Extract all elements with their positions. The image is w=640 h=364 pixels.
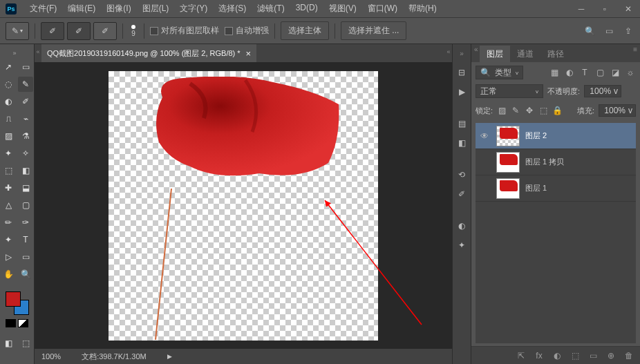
visibility-toggle-icon[interactable] bbox=[478, 182, 491, 195]
footer-icon[interactable]: ▭ bbox=[587, 350, 599, 361]
tool-icon[interactable]: 🔍 bbox=[18, 267, 33, 282]
panel-collapse-icon[interactable]: « bbox=[474, 46, 478, 53]
menu-item[interactable]: 图层(L) bbox=[138, 0, 174, 17]
layer-thumbnail[interactable] bbox=[496, 178, 520, 199]
lock-icon[interactable]: ✎ bbox=[511, 106, 520, 115]
tool-icon[interactable]: ◐ bbox=[1, 94, 16, 109]
canvas-viewport[interactable] bbox=[35, 62, 452, 349]
intersect-selection-icon[interactable]: ✐ bbox=[93, 22, 117, 40]
dock-icon[interactable]: ✐ bbox=[453, 186, 470, 202]
menu-item[interactable]: 图像(I) bbox=[102, 0, 135, 17]
sample-all-layers-checkbox[interactable]: 对所有图层取样 bbox=[150, 25, 219, 37]
footer-icon[interactable]: ⬚ bbox=[570, 350, 581, 361]
dock-icon[interactable]: ◧ bbox=[453, 135, 470, 151]
right-dock-collapse-icon[interactable]: « bbox=[444, 44, 453, 59]
footer-icon[interactable]: 🗑 bbox=[623, 350, 634, 361]
footer-icon[interactable]: ⇱ bbox=[516, 350, 527, 361]
filter-icon[interactable]: ☼ bbox=[625, 67, 636, 78]
maximize-button[interactable]: ▫ bbox=[593, 0, 617, 18]
menu-item[interactable]: 文字(Y) bbox=[175, 0, 212, 17]
select-subject-button[interactable]: 选择主体 bbox=[281, 21, 329, 40]
dock-icon[interactable]: ✦ bbox=[453, 237, 470, 253]
panel-menu-icon[interactable]: ≡ bbox=[633, 46, 637, 53]
tool-icon[interactable]: ✑ bbox=[18, 215, 33, 230]
subtract-selection-icon[interactable]: ✐ bbox=[67, 22, 91, 40]
tool-icon[interactable]: ◌ bbox=[1, 77, 16, 92]
windows-icon[interactable]: ▭ bbox=[603, 25, 615, 37]
dock-icon[interactable]: ▤ bbox=[453, 115, 470, 132]
visibility-toggle-icon[interactable] bbox=[478, 156, 491, 169]
layer-row[interactable]: 图层 1 bbox=[476, 175, 636, 202]
color-swatches[interactable] bbox=[6, 291, 29, 315]
layer-name[interactable]: 图层 1 bbox=[525, 183, 547, 193]
tool-icon[interactable]: ✋ bbox=[1, 267, 16, 282]
menu-item[interactable]: 编辑(E) bbox=[63, 0, 100, 17]
tool-icon[interactable]: ✦ bbox=[1, 232, 16, 247]
toolbox-collapse-icon[interactable]: » bbox=[13, 50, 21, 57]
tool-icon[interactable]: ▢ bbox=[18, 198, 33, 213]
search-icon[interactable]: 🔍 bbox=[583, 25, 596, 37]
dock-collapse-icon[interactable]: » bbox=[460, 50, 464, 57]
layer-thumbnail[interactable] bbox=[496, 152, 520, 173]
tool-icon[interactable]: ◧ bbox=[18, 163, 33, 178]
layer-thumbnail[interactable] bbox=[496, 126, 520, 146]
tool-icon[interactable]: ⬚ bbox=[1, 163, 16, 178]
footer-icon[interactable]: ⊕ bbox=[605, 350, 617, 361]
add-selection-icon[interactable]: ✐ bbox=[41, 22, 64, 40]
default-colors-icon[interactable] bbox=[6, 319, 16, 327]
tool-icon[interactable]: ✚ bbox=[1, 180, 16, 195]
layer-name[interactable]: 图层 2 bbox=[525, 131, 547, 141]
filter-icon[interactable]: ▦ bbox=[549, 67, 560, 78]
filter-icon[interactable]: ◐ bbox=[564, 67, 575, 78]
doc-info[interactable]: 文档:398.7K/1.30M bbox=[82, 352, 147, 362]
filter-icon[interactable]: T bbox=[579, 67, 590, 78]
menu-item[interactable]: 选择(S) bbox=[214, 0, 251, 17]
tool-icon[interactable]: ⬓ bbox=[18, 180, 33, 195]
tool-icon[interactable]: ▭ bbox=[18, 59, 33, 75]
close-button[interactable]: ✕ bbox=[617, 0, 640, 18]
lock-icon[interactable]: ⬚ bbox=[538, 106, 548, 115]
dock-icon[interactable]: ⊟ bbox=[453, 64, 470, 81]
menu-item[interactable]: 帮助(H) bbox=[404, 0, 442, 17]
tool-icon[interactable]: ⚗ bbox=[18, 128, 33, 144]
tool-icon[interactable]: ✦ bbox=[1, 146, 16, 161]
filter-icon[interactable]: ▢ bbox=[594, 67, 605, 78]
tab-layers[interactable]: 图层 bbox=[480, 46, 510, 62]
minimize-button[interactable]: ─ bbox=[570, 0, 593, 18]
document-tab[interactable]: QQ截图20190319160149.png @ 100% (图层 2, RGB… bbox=[41, 44, 256, 62]
blend-mode-select[interactable]: 正常 v bbox=[476, 84, 543, 98]
menu-item[interactable]: 3D(D) bbox=[291, 0, 323, 17]
tool-icon[interactable]: ▨ bbox=[1, 128, 16, 144]
canvas[interactable] bbox=[109, 71, 378, 341]
footer-icon[interactable]: ◐ bbox=[552, 350, 563, 361]
tool-icon[interactable]: ✎ bbox=[18, 77, 33, 92]
menu-item[interactable]: 窗口(W) bbox=[363, 0, 402, 17]
select-and-mask-button[interactable]: 选择并遮住 ... bbox=[341, 21, 406, 40]
screen-mode-icon[interactable]: ⬚ bbox=[18, 336, 33, 351]
quick-mask-icon[interactable]: ◧ bbox=[1, 336, 16, 351]
dock-icon[interactable]: ▶ bbox=[453, 84, 470, 100]
visibility-toggle-icon[interactable]: 👁 bbox=[478, 130, 491, 142]
tool-icon[interactable]: ✐ bbox=[18, 94, 33, 109]
tab-paths[interactable]: 路径 bbox=[540, 46, 571, 62]
footer-icon[interactable]: fx bbox=[534, 350, 545, 361]
lock-icon[interactable]: ▨ bbox=[497, 106, 507, 115]
tool-icon[interactable]: △ bbox=[1, 198, 16, 213]
filter-icon[interactable]: ◪ bbox=[610, 67, 621, 78]
menu-item[interactable]: 文件(F) bbox=[25, 0, 62, 17]
tool-preset-icon[interactable]: ✎▾ bbox=[6, 22, 29, 40]
left-dock-collapse-icon[interactable]: « bbox=[33, 44, 43, 59]
layer-filter-type[interactable]: 🔍 类型 v bbox=[476, 66, 523, 79]
tool-icon[interactable]: ⎍ bbox=[1, 111, 16, 126]
foreground-color-swatch[interactable] bbox=[6, 291, 21, 307]
fill-input[interactable]: 100% v bbox=[599, 104, 636, 117]
layer-name[interactable]: 图层 1 拷贝 bbox=[525, 157, 564, 167]
lock-icon[interactable]: 🔒 bbox=[552, 106, 562, 115]
zoom-value[interactable]: 100% bbox=[41, 352, 61, 361]
menu-item[interactable]: 滤镜(T) bbox=[252, 0, 289, 17]
dock-icon[interactable]: ⟲ bbox=[453, 166, 470, 183]
tool-icon[interactable]: T bbox=[18, 232, 33, 247]
menu-item[interactable]: 视图(V) bbox=[324, 0, 361, 17]
tool-icon[interactable]: ↗ bbox=[1, 59, 16, 75]
opacity-input[interactable]: 100% v bbox=[584, 85, 621, 97]
